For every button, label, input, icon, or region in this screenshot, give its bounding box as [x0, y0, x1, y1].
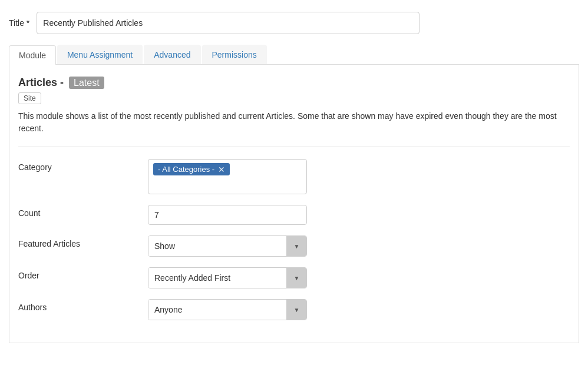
title-input[interactable] — [37, 12, 419, 34]
order-label: Order — [18, 267, 148, 280]
order-chevron-icon — [294, 274, 300, 282]
module-latest-badge: Latest — [69, 77, 104, 89]
authors-chevron-icon — [294, 306, 300, 314]
featured-articles-chevron-icon — [294, 242, 300, 250]
title-label: Title * — [9, 18, 29, 28]
count-control-wrap — [148, 205, 307, 225]
content-area: Articles - Latest Site This module shows… — [9, 65, 579, 343]
order-dropdown-btn[interactable] — [286, 268, 306, 288]
order-select-wrap[interactable]: Recently Added First — [148, 267, 307, 288]
featured-articles-control-wrap: Show — [148, 235, 307, 257]
category-remove-icon[interactable]: ✕ — [218, 165, 225, 174]
authors-select-wrap[interactable]: Anyone — [148, 299, 307, 320]
order-control-wrap: Recently Added First — [148, 267, 307, 288]
form-group-order: Order Recently Added First — [18, 267, 570, 288]
form-group-count: Count — [18, 205, 570, 225]
page-container: Title * Module Menu Assignment Advanced … — [0, 0, 588, 355]
form-group-featured-articles: Featured Articles Show — [18, 235, 570, 257]
tab-module[interactable]: Module — [9, 45, 56, 65]
authors-control-wrap: Anyone — [148, 299, 307, 320]
count-label: Count — [18, 205, 148, 218]
tab-menu-assignment[interactable]: Menu Assignment — [57, 45, 143, 64]
count-input[interactable] — [148, 205, 307, 225]
order-value: Recently Added First — [148, 268, 286, 288]
module-header: Articles - Latest Site This module shows… — [18, 77, 570, 135]
tab-advanced[interactable]: Advanced — [144, 45, 200, 64]
featured-articles-select-wrap[interactable]: Show — [148, 235, 307, 257]
site-badge: Site — [18, 92, 41, 104]
module-title: Articles - Latest — [18, 77, 570, 89]
authors-value: Anyone — [148, 300, 286, 320]
category-tag-text: - All Categories - — [158, 165, 214, 174]
featured-articles-label: Featured Articles — [18, 235, 148, 248]
authors-dropdown-btn[interactable] — [286, 300, 306, 320]
category-label: Category — [18, 159, 148, 172]
authors-label: Authors — [18, 299, 148, 312]
module-description: This module shows a list of the most rec… — [18, 110, 570, 135]
divider — [18, 147, 570, 147]
tab-permissions[interactable]: Permissions — [202, 45, 267, 64]
featured-articles-value: Show — [148, 236, 286, 256]
tabs-bar: Module Menu Assignment Advanced Permissi… — [9, 45, 579, 65]
module-title-prefix: Articles - — [18, 77, 67, 88]
featured-articles-dropdown-btn[interactable] — [286, 236, 306, 256]
category-tag: - All Categories - ✕ — [153, 163, 230, 175]
category-box[interactable]: - All Categories - ✕ — [148, 159, 307, 194]
form-group-authors: Authors Anyone — [18, 299, 570, 320]
category-control-wrap: - All Categories - ✕ — [148, 159, 307, 194]
form-group-category: Category - All Categories - ✕ — [18, 159, 570, 194]
title-row: Title * — [9, 12, 579, 34]
